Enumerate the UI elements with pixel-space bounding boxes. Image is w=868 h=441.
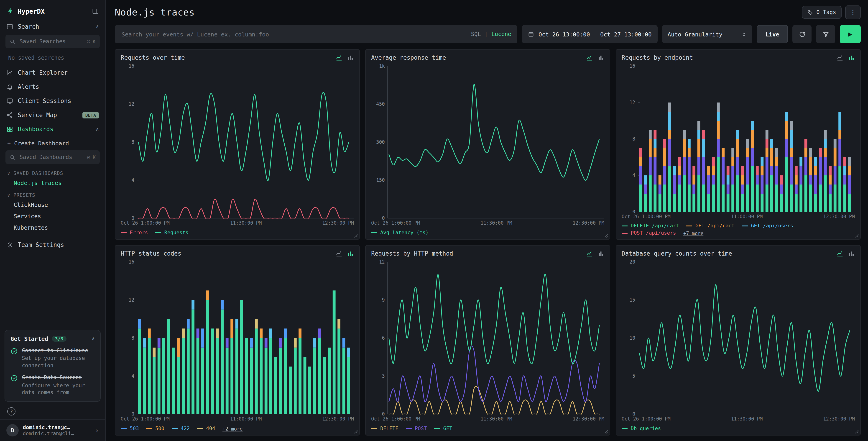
- sidebar-item-client-sessions[interactable]: Client Sessions: [0, 94, 105, 108]
- resize-handle[interactable]: [604, 234, 609, 238]
- filter-button[interactable]: [816, 25, 835, 43]
- chevron-up-icon[interactable]: ∧: [96, 127, 99, 132]
- svg-text:1k: 1k: [379, 63, 385, 69]
- legend-more-link[interactable]: +2 more: [222, 426, 243, 431]
- line-chart-view-icon[interactable]: [586, 54, 593, 61]
- svg-text:10: 10: [629, 335, 635, 341]
- legend-more-link[interactable]: +7 more: [683, 230, 704, 236]
- legend-item[interactable]: 503: [121, 425, 139, 432]
- legend-item[interactable]: 500: [146, 425, 164, 432]
- legend-label: Requests: [164, 230, 189, 236]
- line-chart-view-icon[interactable]: [336, 54, 342, 61]
- refresh-icon: [799, 31, 805, 37]
- events-searchbox[interactable]: SQL | Lucene: [115, 25, 517, 43]
- legend-item[interactable]: DELETE: [371, 425, 399, 432]
- panel-title: Requests by HTTP method: [371, 250, 453, 257]
- resize-handle[interactable]: [604, 430, 609, 434]
- saved-dashboards-searchbox[interactable]: ⌘ K: [5, 150, 100, 164]
- sidebar-item-team-settings[interactable]: Team Settings: [0, 238, 105, 252]
- bar-chart-view-icon[interactable]: [597, 250, 604, 257]
- section-saved-dashboards[interactable]: ∨ SAVED DASHBOARDS: [0, 167, 105, 177]
- preset-link-kubernetes[interactable]: Kubernetes: [0, 222, 105, 233]
- time-range-picker[interactable]: Oct 26 13:00:00 - Oct 27 13:00:00: [522, 25, 658, 43]
- legend-item[interactable]: 422: [172, 425, 190, 432]
- svg-text:3: 3: [382, 373, 385, 379]
- section-presets[interactable]: ∨ PRESETS: [0, 188, 105, 199]
- sidebar-item-alerts[interactable]: Alerts: [0, 80, 105, 94]
- panel-http-status-codes: HTTP status codes 0481216 Oct 26 1:00:00…: [115, 245, 360, 436]
- sidebar-item-search[interactable]: Search ∧: [0, 20, 105, 34]
- x-axis-labels: Oct 26 1:00:00 PM 11:30:00 PM 12:30:00 P…: [371, 416, 604, 421]
- svg-text:4: 4: [131, 373, 134, 379]
- svg-text:16: 16: [129, 259, 134, 265]
- more-options-button[interactable]: ⋮: [845, 5, 861, 19]
- bar-chart-view-icon[interactable]: [347, 250, 354, 257]
- sidebar-item-service-map[interactable]: Service Map BETA: [0, 108, 105, 122]
- saved-searches-searchbox[interactable]: ⌘ K: [5, 35, 100, 48]
- time-range-value: Oct 26 13:00:00 - Oct 27 13:00:00: [538, 31, 652, 37]
- get-started-card: Get Started 3/3 ∧ Connect to ClickHouse …: [5, 330, 101, 402]
- create-dashboard-button[interactable]: + Create Dashboard: [0, 136, 105, 149]
- sidebar-item-label: Alerts: [18, 83, 39, 90]
- help-icon[interactable]: ?: [7, 407, 16, 415]
- x-axis-labels: Oct 26 1:00:00 PM 11:30:00 PM 12:30:00 P…: [622, 416, 855, 421]
- line-chart-view-icon[interactable]: [586, 250, 593, 257]
- x-tick: 11:30:00 PM: [480, 220, 512, 226]
- resize-handle[interactable]: [354, 430, 358, 434]
- svg-text:8: 8: [131, 335, 134, 341]
- line-chart-view-icon[interactable]: [837, 250, 843, 257]
- get-started-header[interactable]: Get Started 3/3 ∧: [10, 335, 95, 342]
- legend-item[interactable]: 404: [197, 425, 215, 432]
- legend-item[interactable]: GET /api/users: [742, 223, 793, 229]
- legend-item[interactable]: Avg latency (ms): [371, 230, 429, 236]
- saved-searches-input[interactable]: [19, 38, 84, 45]
- granularity-value: Auto Granularity: [668, 31, 722, 37]
- x-tick: 12:30:00 PM: [573, 416, 604, 421]
- dashboard-link-nodejs-traces[interactable]: Node.js traces: [0, 177, 105, 188]
- get-started-item[interactable]: Create Data Sources Configure where your…: [10, 374, 95, 396]
- run-query-button[interactable]: ▶: [840, 25, 861, 43]
- svg-text:5: 5: [632, 373, 635, 379]
- legend-item[interactable]: Requests: [155, 230, 189, 236]
- search-icon: [9, 38, 16, 45]
- get-started-item[interactable]: Connect to ClickHouse Set up your databa…: [10, 347, 95, 369]
- sidebar-item-chart-explorer[interactable]: Chart Explorer: [0, 66, 105, 80]
- resize-handle[interactable]: [855, 430, 859, 434]
- sql-toggle[interactable]: SQL: [471, 31, 481, 37]
- resize-handle[interactable]: [354, 234, 358, 238]
- legend-item[interactable]: Db queries: [622, 425, 661, 432]
- user-menu[interactable]: D dominic.tran@c… dominic.tran@cli… ›: [0, 419, 105, 441]
- legend-item[interactable]: Errors: [121, 230, 148, 236]
- line-chart-view-icon[interactable]: [837, 54, 843, 61]
- legend-item[interactable]: POST: [406, 425, 427, 432]
- legend-item[interactable]: POST /api/users: [622, 230, 676, 236]
- bar-chart-view-icon[interactable]: [597, 54, 604, 61]
- lucene-toggle[interactable]: Lucene: [491, 31, 511, 37]
- legend-item[interactable]: GET: [434, 425, 453, 432]
- bar-chart-view-icon[interactable]: [848, 54, 855, 61]
- bar-chart-view-icon[interactable]: [347, 54, 354, 61]
- granularity-select[interactable]: Auto Granularity: [662, 25, 752, 43]
- saved-dashboards-input[interactable]: [19, 153, 84, 161]
- svg-text:150: 150: [376, 177, 385, 183]
- legend-swatch: [146, 428, 152, 429]
- refresh-button[interactable]: [793, 25, 811, 43]
- chart-canvas: 01503004501k: [371, 62, 604, 219]
- preset-link-services[interactable]: Services: [0, 210, 105, 222]
- events-search-input[interactable]: [121, 30, 467, 38]
- live-button[interactable]: Live: [757, 25, 788, 43]
- panel-title: HTTP status codes: [121, 250, 181, 257]
- resize-handle[interactable]: [855, 234, 859, 238]
- line-chart-view-icon[interactable]: [336, 250, 342, 257]
- sidebar-item-dashboards[interactable]: Dashboards ∧: [0, 122, 105, 136]
- chevron-up-icon[interactable]: ∧: [96, 24, 99, 29]
- chevron-up-icon[interactable]: ∧: [92, 336, 95, 342]
- legend-item[interactable]: GET /api/cart: [686, 223, 735, 229]
- chart-legend: DELETEPOSTGET: [371, 425, 604, 432]
- bar-chart-view-icon[interactable]: [848, 250, 855, 257]
- query-language-toggle[interactable]: SQL | Lucene: [471, 31, 512, 37]
- legend-item[interactable]: DELETE /api/cart: [622, 223, 679, 229]
- preset-link-clickhouse[interactable]: ClickHouse: [0, 199, 105, 210]
- sidebar-collapse-icon[interactable]: [92, 8, 99, 14]
- tags-button[interactable]: 0 Tags: [802, 6, 842, 19]
